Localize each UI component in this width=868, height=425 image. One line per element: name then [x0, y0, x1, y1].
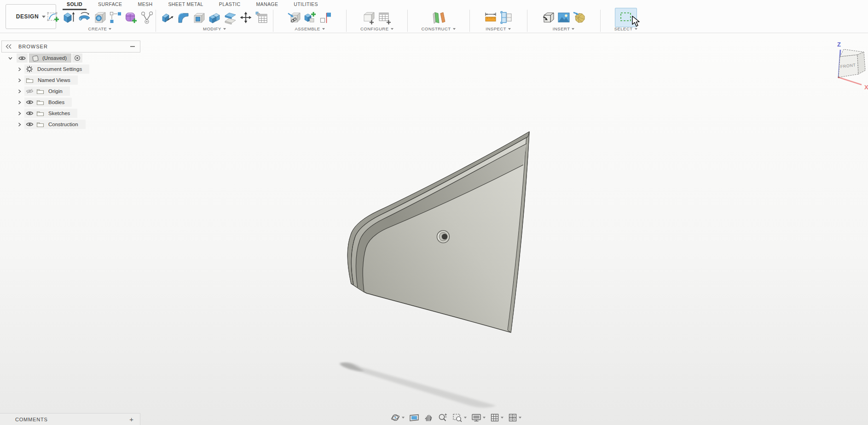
- group-configure: CONFIGURE: [347, 9, 407, 31]
- tab-utilities[interactable]: UTILITIES: [286, 0, 326, 9]
- look-at-icon: [409, 413, 419, 422]
- section-analysis-icon[interactable]: [499, 11, 513, 24]
- group-create-dropdown[interactable]: CREATE: [88, 26, 112, 31]
- tab-plastic[interactable]: PLASTIC: [211, 0, 249, 9]
- fillet-icon[interactable]: [176, 11, 190, 24]
- chevron-right-icon[interactable]: [16, 66, 23, 72]
- viewports-button[interactable]: [507, 413, 522, 423]
- extrude-icon[interactable]: [62, 11, 75, 24]
- hole-icon[interactable]: [93, 11, 107, 24]
- construction-plane-icon[interactable]: [429, 11, 448, 24]
- change-parameters-icon[interactable]: [255, 11, 268, 24]
- create-form-icon[interactable]: [124, 11, 138, 24]
- browser-row-sketches[interactable]: Sketches: [1, 108, 140, 119]
- shell-icon[interactable]: [192, 11, 206, 24]
- pan-button[interactable]: [423, 413, 434, 423]
- chevron-down-icon: [572, 28, 574, 30]
- folder-icon: [26, 77, 34, 83]
- add-comment-button[interactable]: +: [129, 415, 133, 423]
- tab-solid[interactable]: SOLID: [59, 0, 90, 9]
- revolve-icon[interactable]: [77, 11, 91, 24]
- display-settings-icon: [471, 413, 481, 422]
- canvas-icon[interactable]: [557, 11, 571, 24]
- look-at-button[interactable]: [408, 413, 420, 423]
- pan-hand-icon: [424, 413, 433, 422]
- group-construct: CONSTRUCT: [408, 9, 469, 31]
- group-configure-dropdown[interactable]: CONFIGURE: [360, 26, 393, 31]
- zoom-window-icon: [452, 413, 463, 422]
- insert-into-design-icon[interactable]: [287, 11, 301, 24]
- visibility-eye-icon[interactable]: [26, 122, 34, 127]
- group-assemble-dropdown[interactable]: ASSEMBLE: [295, 26, 324, 31]
- select-tool-button[interactable]: [615, 8, 637, 27]
- visibility-eye-icon[interactable]: [17, 53, 28, 63]
- viewports-icon: [508, 413, 517, 422]
- display-settings-button[interactable]: [470, 413, 486, 423]
- orbit-icon: [390, 413, 400, 423]
- chevron-down-icon[interactable]: [7, 55, 13, 61]
- comments-label: COMMENTS: [15, 417, 48, 422]
- chevron-down-icon: [501, 417, 503, 419]
- ribbon-groups: CREATE: [44, 9, 651, 33]
- offset-face-icon[interactable]: [223, 11, 237, 24]
- group-inspect-dropdown[interactable]: INSPECT: [486, 26, 511, 31]
- chevron-right-icon[interactable]: [16, 77, 23, 83]
- group-modify: MODIFY: [156, 9, 273, 31]
- tab-mesh[interactable]: MESH: [130, 0, 161, 9]
- orbit-button[interactable]: [389, 412, 405, 423]
- group-select-dropdown[interactable]: SELECT: [614, 26, 637, 31]
- new-component-icon[interactable]: [303, 11, 317, 24]
- visibility-eye-icon[interactable]: [26, 111, 34, 116]
- collapse-panel-icon[interactable]: [6, 44, 12, 49]
- tab-manage[interactable]: MANAGE: [248, 0, 286, 9]
- move-copy-icon[interactable]: [239, 11, 253, 24]
- tab-sheet-metal[interactable]: SHEET METAL: [160, 0, 211, 9]
- group-construct-dropdown[interactable]: CONSTRUCT: [422, 26, 456, 31]
- activate-component-radio-icon[interactable]: [72, 53, 82, 63]
- browser-row-construction[interactable]: Construction: [1, 119, 140, 130]
- browser-row-root[interactable]: (Unsaved): [1, 52, 140, 64]
- configuration-table-icon[interactable]: [378, 11, 392, 24]
- grid-icon: [490, 413, 499, 422]
- zoom-window-button[interactable]: [451, 413, 468, 423]
- joint-icon[interactable]: [318, 11, 332, 24]
- chevron-right-icon[interactable]: [16, 122, 23, 127]
- browser-row-origin[interactable]: Origin: [1, 86, 140, 97]
- top-toolbar: DESIGN SOLID SURFACE MESH SHEET METAL PL…: [0, 0, 868, 33]
- insert-mcmaster-carr-icon[interactable]: [573, 11, 586, 24]
- browser-row-label: Sketches: [48, 111, 70, 116]
- group-inspect: INSPECT: [470, 9, 527, 31]
- insert-derive-icon[interactable]: [541, 11, 555, 24]
- browser-header: BROWSER: [1, 41, 140, 52]
- tab-surface[interactable]: SURFACE: [90, 0, 130, 9]
- visibility-off-eye-icon[interactable]: [26, 88, 34, 94]
- minimize-panel-icon[interactable]: [130, 44, 135, 49]
- chevron-down-icon: [322, 28, 325, 30]
- chevron-right-icon[interactable]: [16, 88, 23, 94]
- derive-icon[interactable]: [140, 11, 154, 24]
- browser-row-document-settings[interactable]: Document Settings: [1, 64, 140, 75]
- zoom-button[interactable]: [437, 413, 449, 423]
- group-create: CREATE: [44, 9, 156, 31]
- browser-row-bodies[interactable]: Bodies: [1, 97, 140, 108]
- grid-display-button[interactable]: [489, 413, 504, 423]
- new-configuration-icon[interactable]: [362, 11, 376, 24]
- rectangular-pattern-icon[interactable]: [109, 11, 122, 24]
- chevron-right-icon[interactable]: [16, 111, 23, 116]
- chevron-right-icon[interactable]: [16, 99, 23, 105]
- visibility-eye-icon[interactable]: [26, 99, 34, 105]
- press-pull-icon[interactable]: [161, 11, 174, 24]
- chevron-down-icon: [464, 417, 467, 419]
- create-sketch-icon[interactable]: [46, 11, 60, 24]
- combine-icon[interactable]: [208, 11, 221, 24]
- comments-bar[interactable]: COMMENTS +: [0, 413, 140, 425]
- workspace-switcher-label: DESIGN: [16, 13, 39, 20]
- folder-icon: [36, 99, 44, 105]
- group-modify-dropdown[interactable]: MODIFY: [203, 26, 226, 31]
- browser-row-named-views[interactable]: Named Views: [1, 75, 140, 86]
- chevron-down-icon: [109, 28, 111, 30]
- measure-icon[interactable]: [484, 11, 498, 24]
- group-insert-dropdown[interactable]: INSERT: [553, 26, 575, 31]
- browser-row-label: Document Settings: [37, 66, 82, 72]
- root-document-cell[interactable]: (Unsaved): [29, 53, 71, 63]
